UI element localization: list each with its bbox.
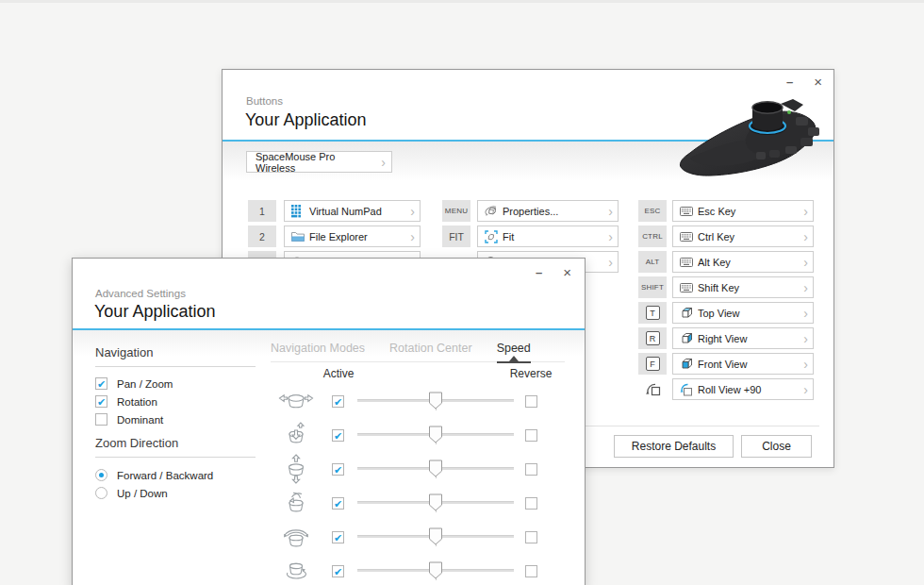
assignment-label: Alt Key xyxy=(698,257,800,268)
restore-defaults-button[interactable]: Restore Defaults xyxy=(614,435,734,458)
assignment-file-explorer[interactable]: File Explorer › xyxy=(284,226,421,247)
assignment-ctrl-key[interactable]: Ctrl Key › xyxy=(672,226,814,247)
active-tab-marker xyxy=(509,356,519,361)
assignment-right-view[interactable]: Right View › xyxy=(672,327,814,349)
chevron-right-icon: › xyxy=(604,256,613,269)
button-row: T Top View › xyxy=(638,302,814,324)
active-checkbox[interactable]: ✔ xyxy=(332,429,344,442)
speed-row-pan-forward-backward: ✔ ✔ xyxy=(275,418,537,452)
active-checkbox[interactable]: ✔ xyxy=(332,531,344,543)
close-icon-button[interactable]: × xyxy=(559,266,575,279)
reverse-checkbox[interactable]: ✔ xyxy=(525,395,537,408)
close-icon-button[interactable]: × xyxy=(810,75,826,89)
slider-thumb[interactable] xyxy=(429,460,443,477)
assignment-label: Fit xyxy=(503,231,604,242)
speed-slider[interactable] xyxy=(357,493,514,513)
cube-top-view-icon xyxy=(680,307,698,320)
assignment-top-view[interactable]: Top View › xyxy=(672,302,814,324)
assignment-roll-view[interactable]: Roll View +90 › xyxy=(672,378,814,400)
speed-slider[interactable] xyxy=(357,391,514,411)
reverse-checkbox[interactable]: ✔ xyxy=(525,463,537,476)
roll-view-icon xyxy=(680,383,698,396)
chevron-right-icon: › xyxy=(406,230,415,243)
assignment-virtual-numpad[interactable]: Virtual NumPad › xyxy=(284,200,421,222)
assignment-label: Properties... xyxy=(503,206,604,217)
device-key-roll xyxy=(638,378,667,400)
checkbox[interactable]: ✔ xyxy=(95,413,107,426)
window-eyebrow: Buttons xyxy=(246,95,283,107)
slider-thumb[interactable] xyxy=(429,561,443,579)
slider-thumb[interactable] xyxy=(429,493,443,511)
assignment-esc-key[interactable]: Esc Key › xyxy=(672,200,814,222)
device-key-alt: ALT xyxy=(638,251,667,273)
assignment-shift-key[interactable]: Shift Key › xyxy=(672,276,814,298)
checkbox[interactable]: ✔ xyxy=(95,377,107,390)
pan-up-down-icon xyxy=(275,454,317,484)
navigation-section: Navigation ✔ Pan / Zoom ✔ Rotation ✔ Dom… xyxy=(95,345,256,428)
radio-button[interactable] xyxy=(95,469,107,481)
chevron-right-icon: › xyxy=(604,205,613,218)
reverse-checkbox[interactable]: ✔ xyxy=(525,497,537,510)
tab-rotation-center[interactable]: Rotation Center xyxy=(389,342,472,361)
button-row: SHIFT Shift Key › xyxy=(638,276,814,298)
tab-navigation-modes[interactable]: Navigation Modes xyxy=(271,342,365,361)
tab-speed[interactable]: Speed xyxy=(497,342,531,363)
close-button[interactable]: Close xyxy=(741,435,812,458)
speed-row-roll: ✔ ✔ xyxy=(275,520,537,554)
speed-slider[interactable] xyxy=(357,560,514,581)
window-eyebrow: Advanced Settings xyxy=(95,288,186,299)
button-row: F Front View › xyxy=(638,353,814,375)
chevron-right-icon: › xyxy=(800,281,808,294)
device-selector[interactable]: SpaceMouse Pro Wireless › xyxy=(246,151,392,173)
pan-left-right-icon xyxy=(275,389,317,413)
chevron-right-icon: › xyxy=(800,205,808,218)
speed-row-tilt: ✔ ✔ xyxy=(275,486,537,520)
slider-thumb[interactable] xyxy=(429,527,443,545)
device-key-esc: ESC xyxy=(638,200,667,222)
active-checkbox[interactable]: ✔ xyxy=(332,395,344,408)
tilt-icon xyxy=(275,490,317,516)
minimize-button[interactable]: – xyxy=(783,75,797,89)
assignment-properties[interactable]: Properties... › xyxy=(477,200,619,222)
device-key-menu: MENU xyxy=(442,200,470,222)
spacemouse-device-image xyxy=(669,83,832,185)
slider-thumb[interactable] xyxy=(429,426,443,443)
active-checkbox[interactable]: ✔ xyxy=(332,565,344,577)
reverse-checkbox[interactable]: ✔ xyxy=(525,429,537,442)
pan-forward-backward-icon xyxy=(275,422,317,448)
checkbox-dominant[interactable]: ✔ Dominant xyxy=(95,410,256,428)
radio-forward-backward[interactable]: Forward / Backward xyxy=(95,466,256,484)
slider-thumb[interactable] xyxy=(429,392,443,410)
active-checkbox[interactable]: ✔ xyxy=(332,463,344,476)
radio-up-down[interactable]: Up / Down xyxy=(95,484,256,502)
chevron-right-icon: › xyxy=(800,332,808,345)
assignment-fit[interactable]: Fit › xyxy=(477,226,619,247)
assignment-alt-key[interactable]: Alt Key › xyxy=(672,251,814,273)
checkbox-label: Dominant xyxy=(117,414,163,426)
assignment-label: Right View xyxy=(698,333,800,344)
button-row: CTRL Ctrl Key › xyxy=(638,226,814,247)
speed-row-spin: ✔ ✔ xyxy=(275,554,537,585)
button-row: 2 File Explorer › xyxy=(248,226,421,247)
active-checkbox[interactable]: ✔ xyxy=(332,497,344,510)
radio-label: Forward / Backward xyxy=(117,470,213,481)
speed-slider[interactable] xyxy=(357,526,514,547)
assignment-front-view[interactable]: Front View › xyxy=(672,353,814,375)
reverse-checkbox[interactable]: ✔ xyxy=(525,531,537,543)
roll-icon xyxy=(275,524,317,550)
device-key-shift: SHIFT xyxy=(638,276,667,298)
device-key-2: 2 xyxy=(248,226,276,247)
checkbox-rotation[interactable]: ✔ Rotation xyxy=(95,393,256,410)
assignment-label: Front View xyxy=(698,359,800,370)
minimize-button[interactable]: – xyxy=(532,266,546,279)
settings-tabs: Navigation Modes Rotation Center Speed xyxy=(271,342,565,362)
speed-slider[interactable] xyxy=(357,425,514,445)
checkbox-pan-zoom[interactable]: ✔ Pan / Zoom xyxy=(95,375,256,393)
speed-slider[interactable] xyxy=(357,459,514,479)
cube-front-view-icon xyxy=(680,358,698,371)
checkbox[interactable]: ✔ xyxy=(95,395,107,408)
reverse-checkbox[interactable]: ✔ xyxy=(525,565,537,577)
zoom-direction-section: Zoom Direction Forward / Backward Up / D… xyxy=(95,436,256,502)
desktop-background: – × Buttons Your Application SpaceMouse … xyxy=(0,0,924,585)
radio-button[interactable] xyxy=(95,487,107,499)
